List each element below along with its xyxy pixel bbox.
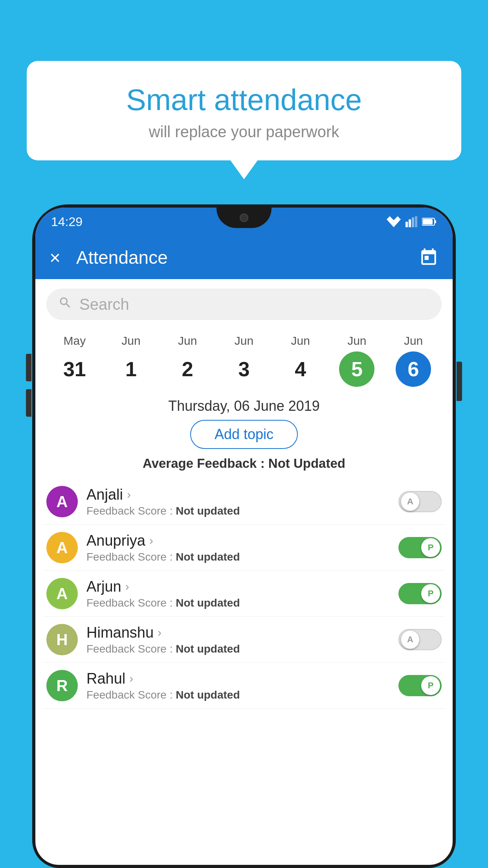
- toggle-off[interactable]: A: [398, 491, 442, 512]
- toggle-off[interactable]: A: [398, 629, 442, 650]
- student-info: Arjun ›Feedback Score : Not updated: [86, 578, 390, 609]
- speech-bubble-title: Smart attendance: [50, 83, 438, 117]
- feedback-score: Feedback Score : Not updated: [86, 551, 390, 563]
- app-bar: × Attendance: [35, 236, 453, 279]
- toggle-knob: A: [401, 492, 420, 511]
- toggle-knob: P: [421, 676, 440, 695]
- calendar-strip: May31Jun1Jun2Jun3Jun4Jun5Jun6: [35, 326, 453, 391]
- student-item[interactable]: AArjun ›Feedback Score : Not updatedP: [43, 571, 445, 617]
- svg-marker-0: [387, 216, 401, 227]
- avatar: A: [46, 578, 78, 609]
- volume-up-button[interactable]: [26, 354, 31, 381]
- attendance-toggle[interactable]: A: [398, 491, 442, 512]
- calendar-day[interactable]: Jun4: [283, 334, 318, 387]
- screen-content: Search May31Jun1Jun2Jun3Jun4Jun5Jun6 Thu…: [35, 279, 453, 709]
- cal-date-label: 3: [226, 351, 262, 387]
- notch: [216, 208, 272, 228]
- cal-date-label: 5: [339, 351, 374, 387]
- cal-month-label: May: [64, 334, 86, 348]
- speech-bubble-container: Smart attendance will replace your paper…: [27, 61, 461, 160]
- volume-down-button[interactable]: [26, 389, 31, 417]
- svg-rect-4: [415, 216, 417, 227]
- speech-bubble: Smart attendance will replace your paper…: [27, 61, 461, 160]
- svg-rect-3: [412, 217, 414, 227]
- toggle-knob: A: [401, 630, 420, 649]
- attendance-toggle[interactable]: P: [398, 537, 442, 558]
- phone-frame: 14:29: [32, 204, 456, 868]
- chevron-right-icon: ›: [127, 488, 131, 501]
- toggle-knob: P: [421, 584, 440, 603]
- chevron-right-icon: ›: [125, 580, 129, 593]
- calendar-day[interactable]: May31: [57, 334, 92, 387]
- search-bar[interactable]: Search: [46, 289, 442, 320]
- student-name: Rahul ›: [86, 670, 390, 687]
- avatar: A: [46, 486, 78, 517]
- student-name: Anupriya ›: [86, 532, 390, 549]
- feedback-score: Feedback Score : Not updated: [86, 597, 390, 609]
- calendar-day[interactable]: Jun5: [339, 334, 374, 387]
- svg-rect-1: [405, 222, 408, 227]
- attendance-toggle[interactable]: P: [398, 583, 442, 604]
- svg-rect-2: [409, 219, 411, 227]
- student-name: Himanshu ›: [86, 624, 390, 641]
- student-item[interactable]: HHimanshu ›Feedback Score : Not updatedA: [43, 617, 445, 663]
- cal-date-label: 2: [170, 351, 205, 387]
- toggle-on[interactable]: P: [398, 583, 442, 604]
- student-info: Anjali ›Feedback Score : Not updated: [86, 486, 390, 517]
- toggle-knob: P: [421, 538, 440, 557]
- chevron-right-icon: ›: [129, 672, 133, 685]
- svg-rect-6: [435, 220, 436, 223]
- student-name: Arjun ›: [86, 578, 390, 595]
- student-info: Himanshu ›Feedback Score : Not updated: [86, 624, 390, 655]
- chevron-right-icon: ›: [158, 626, 161, 639]
- app-bar-title: Attendance: [76, 247, 419, 268]
- add-topic-button[interactable]: Add topic: [190, 420, 298, 449]
- toggle-on[interactable]: P: [398, 675, 442, 696]
- cal-month-label: Jun: [347, 334, 366, 348]
- search-placeholder: Search: [79, 296, 129, 313]
- calendar-day[interactable]: Jun2: [170, 334, 205, 387]
- cal-date-label: 31: [57, 351, 92, 387]
- student-item[interactable]: AAnupriya ›Feedback Score : Not updatedP: [43, 525, 445, 571]
- average-feedback: Average Feedback : Not Updated: [35, 456, 453, 471]
- calendar-day[interactable]: Jun3: [226, 334, 262, 387]
- feedback-score: Feedback Score : Not updated: [86, 689, 390, 701]
- power-button[interactable]: [457, 362, 462, 401]
- status-bar: 14:29: [35, 208, 453, 236]
- avg-feedback-value: Not Updated: [268, 456, 345, 471]
- selected-date-label: Thursday, 06 June 2019: [35, 398, 453, 414]
- cal-month-label: Jun: [235, 334, 253, 348]
- feedback-score: Feedback Score : Not updated: [86, 643, 390, 655]
- calendar-day[interactable]: Jun6: [396, 334, 431, 387]
- cal-month-label: Jun: [178, 334, 197, 348]
- attendance-toggle[interactable]: A: [398, 629, 442, 650]
- toggle-on[interactable]: P: [398, 537, 442, 558]
- feedback-score: Feedback Score : Not updated: [86, 505, 390, 517]
- battery-icon: [422, 217, 437, 226]
- front-camera: [240, 213, 248, 222]
- cal-date-label: 4: [283, 351, 318, 387]
- calendar-icon[interactable]: [419, 248, 438, 267]
- attendance-toggle[interactable]: P: [398, 675, 442, 696]
- signal-icon: [405, 216, 417, 227]
- student-info: Anupriya ›Feedback Score : Not updated: [86, 532, 390, 563]
- close-button[interactable]: ×: [50, 247, 61, 268]
- chevron-right-icon: ›: [149, 534, 153, 547]
- cal-month-label: Jun: [121, 334, 140, 348]
- avg-feedback-label: Average Feedback :: [143, 456, 265, 471]
- phone-screen: 14:29: [35, 208, 453, 865]
- student-item[interactable]: AAnjali ›Feedback Score : Not updatedA: [43, 479, 445, 525]
- avatar: A: [46, 532, 78, 563]
- cal-date-label: 6: [396, 351, 431, 387]
- student-item[interactable]: RRahul ›Feedback Score : Not updatedP: [43, 663, 445, 709]
- student-name: Anjali ›: [86, 486, 390, 503]
- status-time: 14:29: [51, 215, 83, 229]
- avatar: H: [46, 624, 78, 655]
- calendar-day[interactable]: Jun1: [114, 334, 149, 387]
- cal-month-label: Jun: [291, 334, 310, 348]
- student-info: Rahul ›Feedback Score : Not updated: [86, 670, 390, 701]
- student-list: AAnjali ›Feedback Score : Not updatedAAA…: [35, 479, 453, 709]
- wifi-icon: [387, 216, 401, 227]
- search-icon: [58, 296, 72, 313]
- avatar: R: [46, 670, 78, 701]
